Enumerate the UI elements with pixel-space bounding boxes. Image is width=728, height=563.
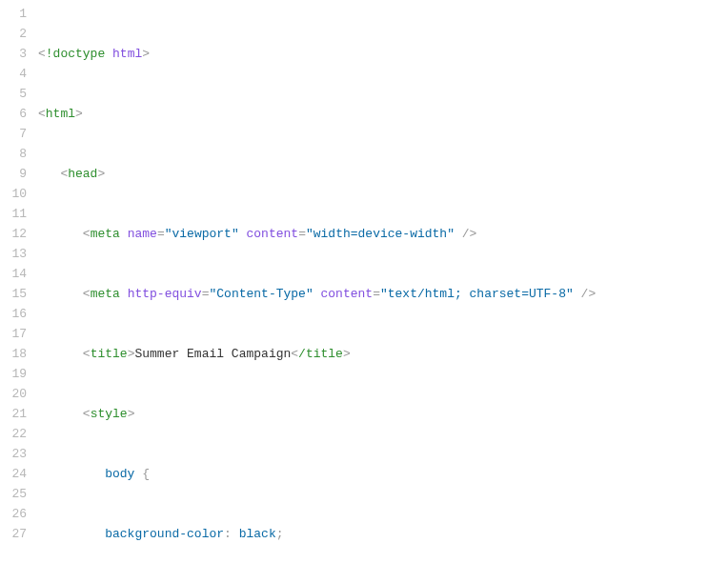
line-number: 20 <box>0 384 27 404</box>
code-line: <title>Summer Email Campaign</title> <box>38 344 728 364</box>
line-number: 6 <box>0 104 27 124</box>
code-line: <meta name="viewport" content="width=dev… <box>38 224 728 244</box>
line-number: 19 <box>0 364 27 384</box>
code-line: <meta http-equiv="Content-Type" content=… <box>38 284 728 304</box>
line-number: 5 <box>0 84 27 104</box>
line-number: 1 <box>0 4 27 24</box>
code-area[interactable]: <!doctype html> <html> <head> <meta name… <box>38 4 728 559</box>
line-number: 22 <box>0 424 27 444</box>
line-number: 17 <box>0 324 27 344</box>
code-line: background-color: black; <box>38 524 728 544</box>
code-line: <!doctype html> <box>38 44 728 64</box>
code-editor[interactable]: 1234567891011121314151617181920212223242… <box>0 0 728 563</box>
line-number-gutter: 1234567891011121314151617181920212223242… <box>0 4 38 559</box>
code-line: <html> <box>38 104 728 124</box>
line-number: 26 <box>0 504 27 524</box>
line-number: 13 <box>0 244 27 264</box>
line-number: 4 <box>0 64 27 84</box>
line-number: 25 <box>0 484 27 504</box>
line-number: 18 <box>0 344 27 364</box>
code-line: <style> <box>38 404 728 424</box>
line-number: 11 <box>0 204 27 224</box>
line-number: 24 <box>0 464 27 484</box>
line-number: 15 <box>0 284 27 304</box>
line-number: 7 <box>0 124 27 144</box>
line-number: 16 <box>0 304 27 324</box>
code-line: body { <box>38 464 728 484</box>
code-line: <head> <box>38 164 728 184</box>
line-number: 10 <box>0 184 27 204</box>
line-number: 23 <box>0 444 27 464</box>
line-number: 27 <box>0 524 27 544</box>
line-number: 9 <box>0 164 27 184</box>
line-number: 2 <box>0 24 27 44</box>
line-number: 21 <box>0 404 27 424</box>
line-number: 8 <box>0 144 27 164</box>
line-number: 3 <box>0 44 27 64</box>
line-number: 14 <box>0 264 27 284</box>
line-number: 12 <box>0 224 27 244</box>
